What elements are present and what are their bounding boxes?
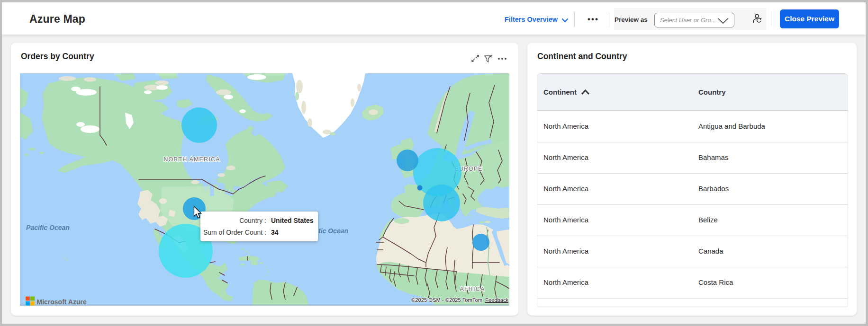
svg-text:Country :: Country : — [239, 217, 266, 224]
svg-text:NORTH AMERICA: NORTH AMERICA — [163, 156, 220, 163]
svg-text:34: 34 — [271, 229, 279, 236]
svg-text:tic Ocean: tic Ocean — [318, 227, 348, 235]
svg-text:AFRICA: AFRICA — [460, 286, 485, 292]
svg-text:United States: United States — [271, 217, 314, 224]
svg-text:Microsoft Azure: Microsoft Azure — [37, 298, 87, 306]
svg-text:©2025 OSM - ©2025 TomTom: ©2025 OSM - ©2025 TomTom — [411, 297, 482, 303]
svg-text:Sum of Order Count :: Sum of Order Count : — [203, 229, 266, 236]
svg-text:Feedback: Feedback — [485, 297, 509, 303]
svg-text:Pacific Ocean: Pacific Ocean — [26, 224, 70, 231]
